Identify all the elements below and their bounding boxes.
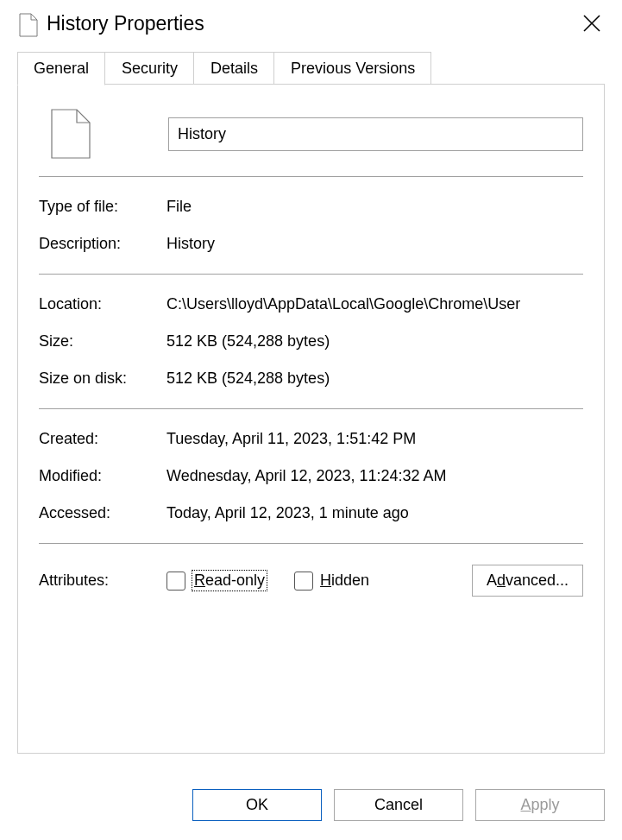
general-panel: Type of file: File Description: History … (17, 84, 605, 754)
accessed-label: Accessed: (39, 504, 166, 522)
window-title: History Properties (47, 12, 204, 35)
modified-label: Modified: (39, 467, 166, 485)
attributes-label: Attributes: (39, 572, 166, 590)
checkbox-icon (166, 572, 185, 591)
type-of-file-value: File (166, 198, 583, 216)
hidden-checkbox[interactable]: Hidden (294, 572, 369, 591)
tab-security[interactable]: Security (105, 52, 194, 85)
ok-button[interactable]: OK (192, 789, 322, 821)
dialog-button-row: OK Cancel Apply (192, 789, 605, 821)
created-value: Tuesday, April 11, 2023, 1:51:42 PM (166, 430, 583, 448)
hidden-label: Hidden (320, 572, 369, 590)
checkbox-icon (294, 572, 313, 591)
readonly-label: Read-only (192, 571, 267, 591)
modified-value: Wednesday, April 12, 2023, 11:24:32 AM (166, 467, 583, 485)
created-label: Created: (39, 430, 166, 448)
size-value: 512 KB (524,288 bytes) (166, 332, 583, 351)
advanced-button[interactable]: Advanced... (472, 565, 583, 597)
file-icon-large (51, 109, 91, 159)
title-bar: History Properties (0, 0, 622, 44)
tab-details[interactable]: Details (194, 52, 274, 85)
apply-button[interactable]: Apply (475, 789, 605, 821)
description-value: History (166, 235, 583, 253)
cancel-button[interactable]: Cancel (334, 789, 463, 821)
accessed-value: Today, April 12, 2023, 1 minute ago (166, 504, 583, 522)
location-label: Location: (39, 295, 166, 313)
file-icon (19, 13, 38, 35)
type-of-file-label: Type of file: (39, 198, 166, 216)
size-label: Size: (39, 332, 166, 351)
readonly-checkbox[interactable]: Read-only (166, 571, 267, 591)
close-button[interactable] (579, 10, 605, 36)
size-on-disk-label: Size on disk: (39, 369, 166, 388)
location-value: C:\Users\lloyd\AppData\Local\Google\Chro… (166, 295, 583, 313)
tab-bar: General Security Details Previous Versio… (17, 51, 622, 85)
tab-general[interactable]: General (17, 52, 105, 85)
filename-input[interactable] (168, 117, 583, 151)
tab-previous-versions[interactable]: Previous Versions (274, 52, 431, 85)
size-on-disk-value: 512 KB (524,288 bytes) (166, 369, 583, 388)
description-label: Description: (39, 235, 166, 253)
